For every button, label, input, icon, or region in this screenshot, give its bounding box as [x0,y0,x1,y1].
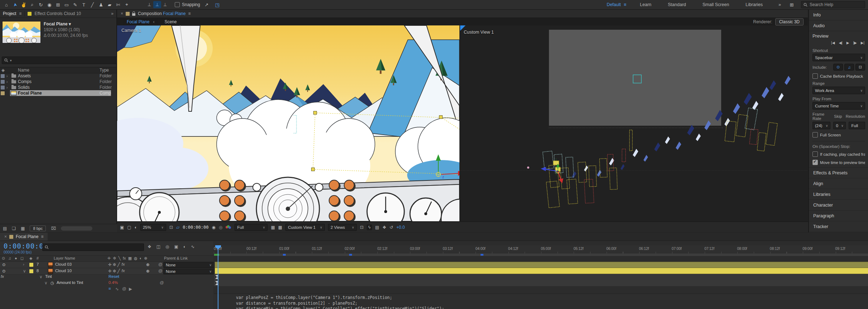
tab-effect-controls[interactable]: Effect Controls Cloud 10 [34,11,81,16]
layer-name[interactable]: Cloud 10 [55,269,72,273]
expand-chevron[interactable]: › [6,80,8,84]
custom-view-canvas[interactable] [460,25,808,221]
work-area-bar[interactable] [214,254,868,256]
panel-effects-presets[interactable]: Effects & Presets [809,168,868,178]
workspace-tab-default[interactable]: Default≡ [600,2,633,7]
tab-project[interactable]: Project [3,11,16,16]
play-cached-frames-checkbox[interactable] [812,151,818,157]
collapse-switch-icon[interactable]: ✛ [107,256,111,261]
frame-rate-select[interactable]: (24)∨ [812,122,830,129]
snap-arrow-icon[interactable]: ↗ [202,2,211,8]
label-color-chip[interactable] [29,263,33,267]
project-item-assets[interactable]: › Assets Folder [0,73,116,79]
stopwatch-icon[interactable]: ◷ [50,280,54,285]
orbit-camera-tool[interactable]: ↻ [37,2,45,8]
panel-info[interactable]: Info [809,10,868,20]
eye-icon[interactable]: ⊙ [2,262,6,267]
parent-select[interactable]: None∨ [163,269,214,274]
project-item-focal-plane[interactable]: Focal Plane Comp [0,90,116,96]
close-tab-icon[interactable]: × [121,11,123,16]
panel-paragraph[interactable]: Paragraph [809,211,868,221]
track-camera-tool[interactable]: ◉ [45,2,54,8]
param-value[interactable]: 0.4% [108,280,118,285]
show-snapshot-icon[interactable]: ◎ [219,225,222,230]
fx-switch-icon[interactable]: fx [123,256,126,261]
snap-corners-icon[interactable]: ◳ [213,2,222,8]
puppet-pin-tool[interactable]: ⌖ [122,2,131,8]
timeline-search-input[interactable] [42,243,144,251]
back-chevron-icon[interactable]: ‹ [153,19,154,24]
bit-depth-button[interactable]: 8 bpc [30,226,46,231]
close-tab-icon[interactable]: × [4,234,7,239]
layer-bar-cloud-10[interactable] [215,268,868,274]
timeline-marker[interactable] [283,254,286,256]
panel-audio[interactable]: Audio [809,20,868,31]
range-select[interactable]: Work Area∨ [812,87,865,94]
expand-chevron[interactable]: ∨ [44,280,47,285]
mask-visibility-icon[interactable]: ▱ [176,225,179,230]
include-video-icon[interactable]: ⊙ [833,64,843,71]
frame-blending-icon[interactable]: ▣ [174,244,178,249]
workspace-tab-standard[interactable]: Standard [661,2,695,7]
hand-tool[interactable]: ✌ [19,2,28,8]
pan-behind-tool[interactable]: ⊞ [54,2,62,8]
expand-chevron[interactable]: ∨ [23,269,26,274]
next-frame-button[interactable]: |▶ [853,41,857,45]
view-options-icon[interactable]: ◐ [135,225,137,230]
quality-switch-icon[interactable]: ✲ [113,256,116,261]
local-axis-mode[interactable]: ⊥ [145,1,153,8]
last-frame-button[interactable]: ▶| [861,41,864,45]
solo-column-icon[interactable]: ● [15,256,17,260]
delete-icon[interactable]: ⌧ [51,226,56,231]
expand-chevron[interactable]: › [6,86,8,90]
current-timecode[interactable]: 0:00:00:00 [4,242,48,250]
more-workspaces-icon[interactable]: » [772,2,787,7]
preview-title[interactable]: Preview [812,33,865,39]
layer-row-cloud-03[interactable]: ⊙ › 7 Cloud 03 ✛ ✲ ╱ fx ⊕ @ None∨ [0,262,213,268]
panel-tracker[interactable]: Tracker [809,221,868,232]
expression-pickwhip-icon[interactable]: @ [122,286,126,291]
panel-menu-icon[interactable]: ≡ [19,11,21,16]
parent-pickwhip-icon[interactable]: @ [158,269,163,273]
zoom-tool[interactable]: ⌕ [28,2,37,8]
layer-switches[interactable]: ✛ ✲ ╱ fx [108,262,125,267]
prev-frame-button[interactable]: ◀| [839,41,842,45]
timeline-marker[interactable] [481,254,483,256]
workspace-settings-icon[interactable]: ⊞ [787,2,796,8]
viewer-tab-focal-plane[interactable]: Focal Plane ‹ [123,19,158,25]
label-color-chip[interactable] [1,80,5,84]
eye-icon[interactable]: ⊙ [2,269,6,274]
home-tool[interactable]: ⌂ [2,2,11,8]
label-color-chip[interactable] [1,86,5,90]
view-axis-mode[interactable]: ⊥ [161,1,169,8]
interpret-footage-icon[interactable]: ▤ [3,226,7,231]
new-composition-icon[interactable]: ▦ [21,226,25,231]
timeline-tab[interactable]: × Focal Plane ≡ [0,233,48,241]
full-screen-checkbox[interactable] [812,132,818,137]
viewer-tab-scene[interactable]: Scene [164,19,177,24]
column-type[interactable]: Type [100,68,109,73]
reset-exposure-icon[interactable]: ↺ [390,225,393,230]
renderer-button[interactable]: Classic 3D [775,18,804,25]
project-item-comps[interactable]: › Comps Folder [0,79,116,85]
graph-editor-icon[interactable]: ∿ [191,244,194,249]
workspace-tab-small-screen[interactable]: Small Screen [696,2,738,7]
hide-shy-layers-icon[interactable]: ◎ [165,244,169,249]
parent-pickwhip-icon[interactable]: @ [158,262,163,266]
threed-switch[interactable]: ⊕ [146,262,150,267]
shape-tool[interactable]: ▭ [62,2,71,8]
fast-previews-icon[interactable]: ϟ [367,224,372,230]
move-time-checkbox[interactable] [812,160,818,165]
skip-select[interactable]: 0∨ [833,122,846,129]
panel-scrollbar[interactable] [61,226,92,231]
project-comp-name[interactable]: Focal Plane ▾ [44,21,88,27]
eraser-tool[interactable]: ▰ [105,2,114,8]
exposure-value[interactable]: +0.0 [396,225,405,230]
show-graph-icon[interactable]: ∿ [115,286,119,291]
expand-chevron[interactable]: › [23,262,24,266]
tag-icon[interactable]: ◈ [29,256,32,261]
layer-bar-cloud-03[interactable] [215,262,868,268]
panel-libraries[interactable]: Libraries [809,189,868,200]
motion-blur-switch-icon[interactable]: ◍ [134,256,138,261]
adjustment-switch-icon[interactable]: ◐ [140,256,142,261]
